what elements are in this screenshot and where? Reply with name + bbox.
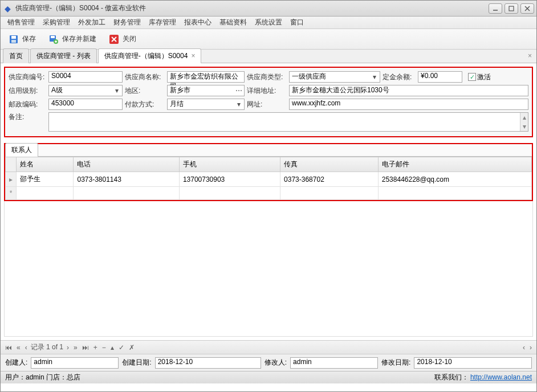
input-name[interactable]: 新乡市金宏纺织有限公司 [167, 71, 245, 83]
cell-fax[interactable]: 0373-368702 [280, 172, 379, 187]
input-create-date: 2018-12-10 [155, 357, 261, 369]
menu-reports[interactable]: 报表中心 [182, 17, 214, 28]
nav-last-icon[interactable]: ⏭ [81, 344, 90, 352]
close-window-button[interactable] [520, 3, 534, 14]
app-icon: ◆ [3, 4, 12, 13]
ellipsis-icon[interactable]: ⋯ [235, 87, 243, 95]
input-code[interactable]: S0004 [48, 71, 123, 83]
statusbar: 用户：admin 门店：总店 联系我们： http://www.aolan.ne… [1, 371, 536, 383]
textarea-remark[interactable]: ▴ ▾ [48, 112, 528, 132]
checkbox-active-wrap[interactable]: 激活 [468, 72, 491, 82]
nav-next-icon[interactable]: › [66, 344, 70, 352]
scroll-up-icon[interactable]: ▴ [520, 113, 528, 122]
nav-scroll-left-icon[interactable]: ‹ [522, 344, 526, 352]
label-create-date: 创建日期: [122, 358, 151, 368]
nav-add-icon[interactable]: + [92, 344, 99, 352]
tabs-close-all-icon[interactable]: × [528, 52, 532, 60]
col-email[interactable]: 电子邮件 [378, 157, 531, 172]
nav-prev-page-icon[interactable]: « [15, 344, 22, 352]
select-region[interactable]: 新乡市⋯ [167, 85, 245, 96]
menu-basedata[interactable]: 基础资料 [217, 17, 249, 28]
menubar: 销售管理 采购管理 外发加工 财务管理 库存管理 报表中心 基础资料 系统设置 … [1, 17, 536, 29]
input-deposit[interactable]: ¥0.00 [418, 71, 462, 83]
label-deposit: 定金余额: [383, 72, 416, 82]
tab-home[interactable]: 首页 [3, 48, 29, 63]
menu-inventory[interactable]: 库存管理 [147, 17, 178, 28]
save-label: 保存 [22, 34, 36, 44]
label-creator: 创建人: [5, 358, 27, 368]
select-type[interactable]: 一级供应商▾ [289, 71, 380, 83]
col-tel[interactable]: 电话 [74, 157, 179, 172]
grid-empty-area [4, 201, 533, 337]
nav-first-icon[interactable]: ⏮ [4, 344, 13, 352]
tab-contacts[interactable]: 联系人 [5, 143, 38, 157]
label-payment: 付款方式: [125, 100, 165, 109]
select-credit[interactable]: A级▾ [48, 85, 123, 96]
menu-settings[interactable]: 系统设置 [253, 17, 284, 28]
nav-record-text: 记录 1 of 1 [31, 342, 63, 352]
close-label: 关闭 [123, 34, 136, 44]
document-tabs: 首页 供应商管理 - 列表 供应商管理-（编辑）S0004× × [1, 50, 536, 63]
save-new-icon [48, 34, 59, 44]
minimize-button[interactable] [489, 3, 502, 14]
tab-supplier-edit[interactable]: 供应商管理-（编辑）S0004× [98, 48, 202, 63]
svg-rect-6 [11, 40, 16, 43]
cell-email[interactable]: 2538446228@qq.com [378, 172, 531, 187]
scroll-down-icon[interactable]: ▾ [520, 122, 528, 131]
col-name[interactable]: 姓名 [17, 157, 74, 172]
label-name: 供应商名称: [125, 72, 165, 82]
label-postal: 邮政编码: [9, 100, 46, 109]
save-icon [9, 34, 19, 44]
maximize-button[interactable] [505, 3, 518, 14]
menu-purchase[interactable]: 采购管理 [40, 17, 72, 28]
input-postal[interactable]: 453000 [48, 99, 123, 110]
menu-outsource[interactable]: 外发加工 [76, 17, 108, 28]
status-link[interactable]: http://www.aolan.net [470, 373, 532, 381]
tab-supplier-list[interactable]: 供应商管理 - 列表 [30, 48, 97, 63]
nav-edit-icon[interactable]: ▴ [109, 344, 115, 352]
input-website[interactable]: www.xxjhfz.com [289, 99, 528, 110]
nav-prev-icon[interactable]: ‹ [24, 344, 29, 352]
cell-mobile[interactable]: 13700730903 [179, 172, 280, 187]
label-credit: 信用级别: [9, 86, 46, 96]
menu-finance[interactable]: 财务管理 [111, 17, 143, 28]
contacts-tabbar: 联系人 [5, 144, 532, 157]
contacts-grid: 姓名 电话 手机 传真 电子邮件 ▸ 邵予生 0373-3801143 1370… [5, 157, 532, 200]
grid-corner [6, 157, 17, 172]
select-payment[interactable]: 月结▾ [167, 99, 245, 110]
toolbar: 保存 保存并新建 关闭 [1, 29, 536, 50]
nav-scroll-right-icon[interactable]: › [528, 344, 533, 352]
cell-tel[interactable]: 0373-3801143 [74, 172, 179, 187]
new-row-marker: * [6, 187, 17, 200]
menu-sales[interactable]: 销售管理 [5, 17, 37, 28]
col-fax[interactable]: 传真 [280, 157, 379, 172]
chevron-down-icon[interactable]: ▾ [235, 100, 243, 108]
nav-remove-icon[interactable]: − [101, 344, 107, 352]
row-indicator: ▸ [6, 172, 17, 187]
titlebar: ◆ 供应商管理-（编辑）S0004 - 傲蓝布业软件 [1, 1, 536, 17]
label-modify-date: 修改日期: [381, 358, 410, 368]
cell-name[interactable]: 邵予生 [17, 172, 74, 187]
save-new-button[interactable]: 保存并新建 [46, 32, 99, 47]
table-new-row[interactable]: * [6, 187, 532, 200]
label-code: 供应商编号: [9, 72, 46, 82]
checkbox-active[interactable] [468, 73, 476, 81]
input-address[interactable]: 新乡市金穗大道公元国际1030号 [289, 85, 528, 96]
save-button[interactable]: 保存 [6, 32, 38, 47]
col-mobile[interactable]: 手机 [179, 157, 280, 172]
chevron-down-icon[interactable]: ▾ [113, 87, 121, 95]
label-region: 地区: [125, 86, 165, 96]
tab-close-icon[interactable]: × [191, 52, 195, 60]
nav-commit-icon[interactable]: ✓ [117, 344, 125, 352]
close-button[interactable]: 关闭 [107, 32, 139, 47]
content-area: 供应商编号: S0004 供应商名称: 新乡市金宏纺织有限公司 供应商类型: 一… [1, 63, 536, 340]
table-row[interactable]: ▸ 邵予生 0373-3801143 13700730903 0373-3687… [6, 172, 532, 187]
svg-rect-8 [51, 36, 55, 38]
nav-next-page-icon[interactable]: » [72, 344, 79, 352]
chevron-down-icon[interactable]: ▾ [371, 73, 379, 81]
menu-window[interactable]: 窗口 [288, 17, 306, 28]
window-title: 供应商管理-（编辑）S0004 - 傲蓝布业软件 [15, 3, 489, 13]
input-modify-date: 2018-12-10 [414, 357, 532, 369]
nav-cancel-icon[interactable]: ✗ [128, 344, 136, 352]
input-creator: admin [31, 357, 119, 369]
